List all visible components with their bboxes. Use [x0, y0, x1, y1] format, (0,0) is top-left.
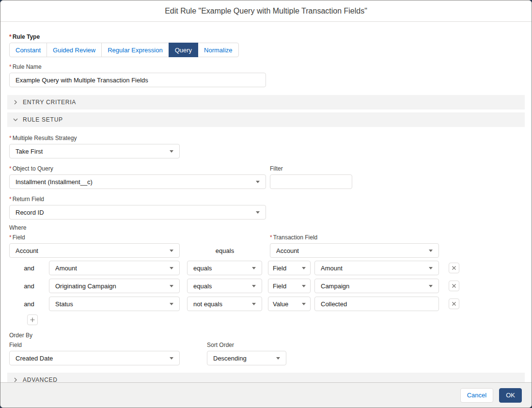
chevron-down-icon: [13, 117, 18, 122]
modal-body: * Rule Type Constant Guided Review Regul…: [0, 22, 532, 382]
where-field-dropdown[interactable]: Account: [9, 243, 180, 258]
order-by-label-row: Order By: [9, 332, 523, 339]
condition-source-type-dropdown[interactable]: Value: [268, 297, 311, 311]
condition-source-type-value: Value: [273, 300, 288, 308]
rule-type-normalize-button[interactable]: Normalize: [198, 43, 239, 57]
rule-name-input[interactable]: [9, 73, 266, 87]
dropdown-caret-icon: [252, 285, 256, 287]
required-marker: *: [9, 63, 12, 70]
where-field-label-row: * Field: [9, 234, 180, 241]
transaction-field-value: Account: [276, 247, 299, 254]
condition-field-dropdown[interactable]: Amount: [49, 261, 180, 275]
multiple-results-strategy-dropdown[interactable]: Take First: [9, 144, 180, 158]
object-to-query-value: Installment (Installment__c): [16, 178, 93, 186]
required-marker: *: [9, 196, 12, 203]
rule-name-label-row: * Rule Name: [9, 63, 523, 70]
filter-input[interactable]: [270, 174, 352, 189]
rule-type-guided-review-button[interactable]: Guided Review: [47, 43, 102, 57]
dropdown-caret-icon: [252, 267, 256, 269]
where-condition-row: and Amount equals Field Amount: [9, 261, 523, 275]
where-operator-text: equals: [180, 243, 270, 258]
rule-name-label: Rule Name: [13, 63, 42, 70]
conjunction-label: and: [9, 300, 49, 308]
condition-field-value: Status: [55, 300, 73, 308]
condition-value-dropdown[interactable]: Campaign: [314, 279, 439, 293]
chevron-right-icon: [13, 377, 18, 382]
condition-operator-value: equals: [193, 282, 212, 290]
rule-type-constant-button[interactable]: Constant: [9, 43, 47, 57]
condition-operator-value: not equals: [193, 300, 222, 308]
plus-icon: [30, 317, 35, 322]
condition-source-type-dropdown[interactable]: Field: [268, 279, 311, 293]
rule-type-regular-expression-button[interactable]: Regular Expression: [101, 43, 169, 57]
cancel-button[interactable]: Cancel: [460, 388, 493, 403]
conjunction-label: and: [9, 265, 49, 272]
condition-value: Amount: [321, 265, 343, 272]
rule-type-label-row: * Rule Type: [9, 33, 523, 40]
dropdown-caret-icon: [429, 250, 433, 252]
condition-field-dropdown[interactable]: Status: [49, 297, 180, 311]
order-by-field-label-row: Field: [9, 342, 180, 348]
order-by-field-dropdown[interactable]: Created Date: [9, 351, 180, 365]
section-rule-setup[interactable]: Rule Setup: [7, 112, 525, 127]
chevron-right-icon: [13, 100, 18, 105]
dropdown-caret-icon: [302, 285, 306, 287]
multiple-results-strategy-label-row: * Multiple Results Strategy: [9, 135, 523, 141]
multiple-results-strategy-label: Multiple Results Strategy: [13, 135, 77, 141]
sort-order-label-row: Sort Order: [207, 342, 286, 348]
dropdown-caret-icon: [170, 250, 173, 252]
multiple-results-strategy-value: Take First: [16, 148, 43, 155]
modal-header: Edit Rule "Example Query with Multiple T…: [0, 0, 532, 22]
condition-field-dropdown[interactable]: Originating Campaign: [49, 279, 180, 293]
where-label-row: Where: [9, 224, 523, 231]
rule-type-query-button[interactable]: Query: [169, 43, 198, 57]
dropdown-caret-icon: [429, 285, 433, 287]
condition-operator-dropdown[interactable]: not equals: [187, 297, 262, 311]
section-advanced[interactable]: Advanced: [7, 373, 525, 382]
rule-type-label: Rule Type: [13, 33, 40, 40]
section-entry-criteria[interactable]: Entry Criteria: [7, 95, 525, 110]
rule-setup-section-label: Rule Setup: [23, 116, 63, 123]
return-field-label: Return Field: [13, 196, 44, 203]
required-marker: *: [9, 135, 12, 141]
where-field-value: Account: [16, 247, 38, 254]
remove-condition-button[interactable]: [449, 281, 459, 291]
condition-source-type-dropdown[interactable]: Field: [268, 261, 311, 275]
required-marker: *: [9, 165, 12, 172]
object-to-query-dropdown[interactable]: Installment (Installment__c): [9, 174, 266, 189]
close-icon: [452, 283, 456, 288]
where-field-label: Field: [13, 234, 25, 241]
dropdown-caret-icon: [302, 303, 306, 305]
add-condition-button[interactable]: [27, 314, 38, 325]
condition-operator-value: equals: [193, 265, 212, 272]
dropdown-caret-icon: [170, 267, 173, 269]
ok-button[interactable]: OK: [499, 388, 522, 403]
condition-value-input[interactable]: [314, 297, 439, 311]
condition-source-type-value: Field: [273, 265, 286, 272]
required-marker: *: [9, 33, 12, 40]
close-icon: [452, 266, 456, 270]
condition-operator-dropdown[interactable]: equals: [187, 279, 262, 293]
transaction-field-dropdown[interactable]: Account: [270, 243, 439, 258]
dropdown-caret-icon: [429, 267, 433, 269]
remove-condition-button[interactable]: [449, 298, 459, 309]
object-to-query-label: Object to Query: [13, 165, 53, 172]
close-icon: [452, 301, 456, 306]
return-field-label-row: * Return Field: [9, 196, 523, 203]
condition-value-dropdown[interactable]: Amount: [314, 261, 439, 275]
sort-order-dropdown[interactable]: Descending: [207, 351, 286, 365]
dropdown-caret-icon: [170, 303, 173, 305]
sort-order-value: Descending: [213, 355, 247, 362]
remove-condition-button[interactable]: [449, 263, 459, 273]
advanced-section-label: Advanced: [23, 377, 58, 382]
transaction-field-label: Transaction Field: [273, 234, 318, 241]
condition-operator-dropdown[interactable]: equals: [187, 261, 262, 275]
modal-footer: Cancel OK: [0, 382, 532, 408]
edit-rule-modal: Edit Rule "Example Query with Multiple T…: [0, 0, 532, 408]
dropdown-caret-icon: [252, 303, 256, 305]
dropdown-caret-icon: [276, 357, 280, 360]
filter-label: Filter: [270, 165, 283, 172]
condition-value: Campaign: [321, 282, 349, 290]
return-field-dropdown[interactable]: Record ID: [9, 205, 266, 220]
transaction-field-label-row: * Transaction Field: [270, 234, 439, 241]
